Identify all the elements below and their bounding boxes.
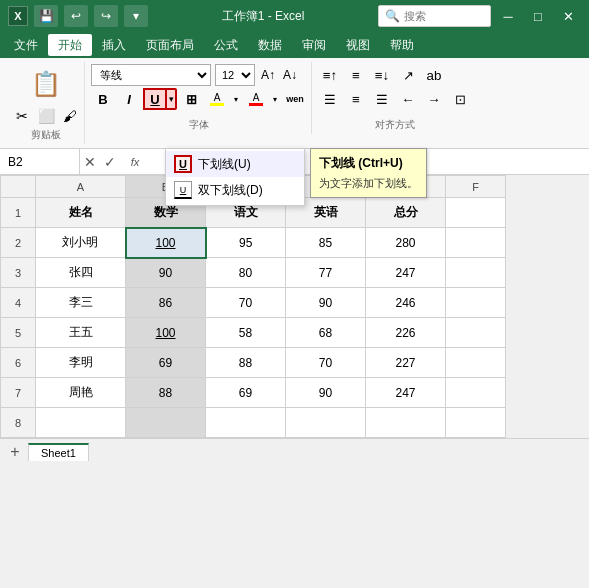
cell-a2[interactable]: 刘小明 [36,228,126,258]
cell-f3[interactable] [446,258,506,288]
col-header-a[interactable]: A [36,176,126,198]
copy-button[interactable]: ⬜ [36,106,56,126]
cell-f6[interactable] [446,348,506,378]
cut-button[interactable]: ✂ [12,106,32,126]
cell-d6[interactable]: 70 [286,348,366,378]
align-right-button[interactable]: ☰ [370,88,394,110]
cell-a8[interactable] [36,408,126,438]
font-color-arrow[interactable]: ▾ [269,88,281,110]
cell-d2[interactable]: 85 [286,228,366,258]
cell-c6[interactable]: 88 [206,348,286,378]
formula-cancel-button[interactable]: ✕ [80,152,100,172]
maximize-button[interactable]: □ [525,3,551,29]
cell-c8[interactable] [206,408,286,438]
increase-indent-button[interactable]: → [422,88,446,110]
cell-e6[interactable]: 227 [366,348,446,378]
menu-view[interactable]: 视图 [336,34,380,56]
cell-b8[interactable] [126,408,206,438]
col-header-f[interactable]: F [446,176,506,198]
cell-f5[interactable] [446,318,506,348]
cell-b3[interactable]: 90 [126,258,206,288]
wrap-text-button[interactable]: ab [422,64,446,86]
header-total[interactable]: 总分 [366,198,446,228]
row-header-4[interactable]: 4 [1,288,36,318]
menu-data[interactable]: 数据 [248,34,292,56]
align-top-button[interactable]: ≡↑ [318,64,342,86]
border-button[interactable]: ⊞ [179,88,203,110]
cell-a5[interactable]: 王五 [36,318,126,348]
cell-d4[interactable]: 90 [286,288,366,318]
save-button[interactable]: 💾 [34,5,58,27]
cell-f4[interactable] [446,288,506,318]
cell-a4[interactable]: 李三 [36,288,126,318]
search-box[interactable]: 🔍 [378,5,491,27]
cell-e7[interactable]: 247 [366,378,446,408]
wen-button[interactable]: wen [283,88,307,110]
decrease-indent-button[interactable]: ← [396,88,420,110]
search-input[interactable] [404,10,484,22]
cell-f8[interactable] [446,408,506,438]
paste-button[interactable]: 📋 [26,64,66,104]
cell-d8[interactable] [286,408,366,438]
merge-button[interactable]: ⊡ [448,88,472,110]
align-left-button[interactable]: ☰ [318,88,342,110]
underline-dropdown-arrow[interactable]: ▾ [165,88,177,110]
new-sheet-button[interactable]: + [4,441,26,463]
cell-a7[interactable]: 周艳 [36,378,126,408]
header-name[interactable]: 姓名 [36,198,126,228]
cell-a3[interactable]: 张四 [36,258,126,288]
menu-formula[interactable]: 公式 [204,34,248,56]
cell-e3[interactable]: 247 [366,258,446,288]
close-button[interactable]: ✕ [555,3,581,29]
cell-d7[interactable]: 90 [286,378,366,408]
cell-f1[interactable] [446,198,506,228]
row-header-5[interactable]: 5 [1,318,36,348]
row-header-1[interactable]: 1 [1,198,36,228]
formula-fx-button[interactable]: fx [120,152,150,172]
cell-c2[interactable]: 95 [206,228,286,258]
font-family-select[interactable]: 等线 [91,64,211,86]
redo-button[interactable]: ↪ [94,5,118,27]
row-header-6[interactable]: 6 [1,348,36,378]
menu-home[interactable]: 开始 [48,34,92,56]
cell-c4[interactable]: 70 [206,288,286,318]
row-header-8[interactable]: 8 [1,408,36,438]
underline-option[interactable]: U 下划线(U) [166,151,304,177]
align-bottom-button[interactable]: ≡↓ [370,64,394,86]
cell-b7[interactable]: 88 [126,378,206,408]
minimize-button[interactable]: ─ [495,3,521,29]
font-size-select[interactable]: 12 [215,64,255,86]
cell-c7[interactable]: 69 [206,378,286,408]
formula-confirm-button[interactable]: ✓ [100,152,120,172]
menu-review[interactable]: 审阅 [292,34,336,56]
increase-font-button[interactable]: A↑ [259,64,277,86]
cell-b4[interactable]: 86 [126,288,206,318]
cell-d3[interactable]: 77 [286,258,366,288]
sheet-tab-sheet1[interactable]: Sheet1 [28,443,89,461]
italic-button[interactable]: I [117,88,141,110]
decrease-font-button[interactable]: A↓ [281,64,299,86]
cell-e5[interactable]: 226 [366,318,446,348]
fill-color-arrow[interactable]: ▾ [230,88,242,110]
underline-button[interactable]: U [143,88,165,110]
cell-b6[interactable]: 69 [126,348,206,378]
cell-f2[interactable] [446,228,506,258]
cell-c5[interactable]: 58 [206,318,286,348]
cell-a6[interactable]: 李明 [36,348,126,378]
row-header-7[interactable]: 7 [1,378,36,408]
cell-e2[interactable]: 280 [366,228,446,258]
menu-layout[interactable]: 页面布局 [136,34,204,56]
customize-button[interactable]: ▾ [124,5,148,27]
align-center-button[interactable]: ≡ [344,88,368,110]
menu-file[interactable]: 文件 [4,34,48,56]
row-header-2[interactable]: 2 [1,228,36,258]
bold-button[interactable]: B [91,88,115,110]
cell-b2[interactable]: 100 [126,228,206,258]
orient-button[interactable]: ↗ [396,64,420,86]
cell-e8[interactable] [366,408,446,438]
menu-insert[interactable]: 插入 [92,34,136,56]
double-underline-option[interactable]: U 双下划线(D) [166,177,304,203]
fill-color-button[interactable]: A [205,88,229,110]
menu-help[interactable]: 帮助 [380,34,424,56]
cell-d5[interactable]: 68 [286,318,366,348]
